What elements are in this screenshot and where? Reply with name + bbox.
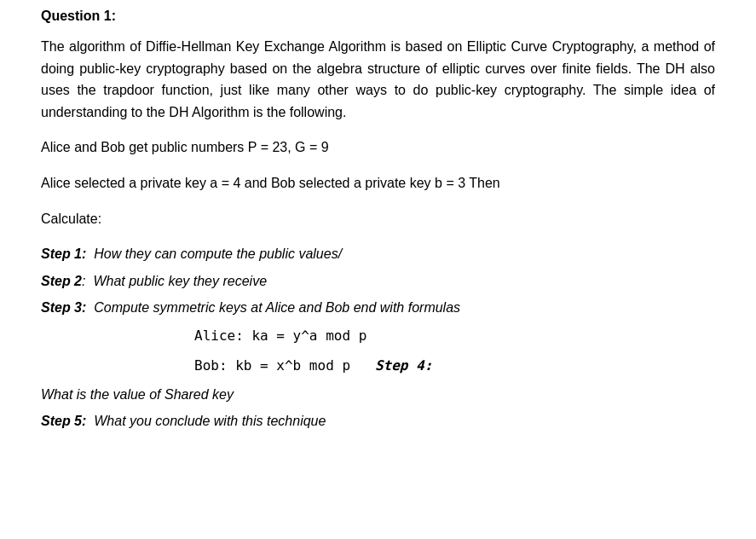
bob-formula: Bob: kb = x^b mod p <box>194 357 350 374</box>
step3-line: Step 3: Compute symmetric keys at Alice … <box>41 297 715 319</box>
public-numbers-line: Alice and Bob get public numbers P = 23,… <box>41 136 715 159</box>
alice-formula: Alice: ka = y^a mod p <box>194 327 366 344</box>
step1-label: Step 1: <box>41 246 86 261</box>
step3-label: Step 3: <box>41 300 86 315</box>
bob-step4-line: Bob: kb = x^b mod p Step 4: <box>194 354 715 379</box>
what-shared-key-line: What is the value of Shared key <box>41 384 715 406</box>
step1-line: Step 1: How they can compute the public … <box>41 243 715 265</box>
alice-formula-block: Alice: ka = y^a mod p <box>194 324 715 349</box>
step2-colon: : <box>82 274 85 288</box>
step3-text: Compute symmetric keys at Alice and Bob … <box>90 300 460 315</box>
intro-paragraph: The algorithm of Diffie-Hellman Key Exch… <box>41 36 715 123</box>
calculate-text: Calculate: <box>41 212 101 226</box>
step4-label: Step 4: <box>375 357 432 374</box>
step2-line: Step 2: What public key they receive <box>41 270 715 293</box>
title-text: Question 1: <box>41 9 116 23</box>
step2-label: Step 2 <box>41 274 82 288</box>
public-numbers-text: Alice and Bob get public numbers P = 23,… <box>41 140 329 154</box>
what-text: What is the value of Shared key <box>41 387 234 402</box>
question-title: Question 1: <box>41 9 715 24</box>
step5-text: What you conclude with this technique <box>90 414 326 428</box>
private-keys-text: Alice selected a private key a = 4 and B… <box>41 176 500 190</box>
step2-text: What public key they receive <box>89 274 267 288</box>
paragraph-text: The algorithm of Diffie-Hellman Key Exch… <box>41 39 715 119</box>
calculate-line: Calculate: <box>41 208 715 230</box>
step5-line: Step 5: What you conclude with this tech… <box>41 410 715 432</box>
step1-text: How they can compute the public values/ <box>90 246 342 261</box>
private-keys-line: Alice selected a private key a = 4 and B… <box>41 172 715 194</box>
step5-label: Step 5: <box>41 414 86 428</box>
